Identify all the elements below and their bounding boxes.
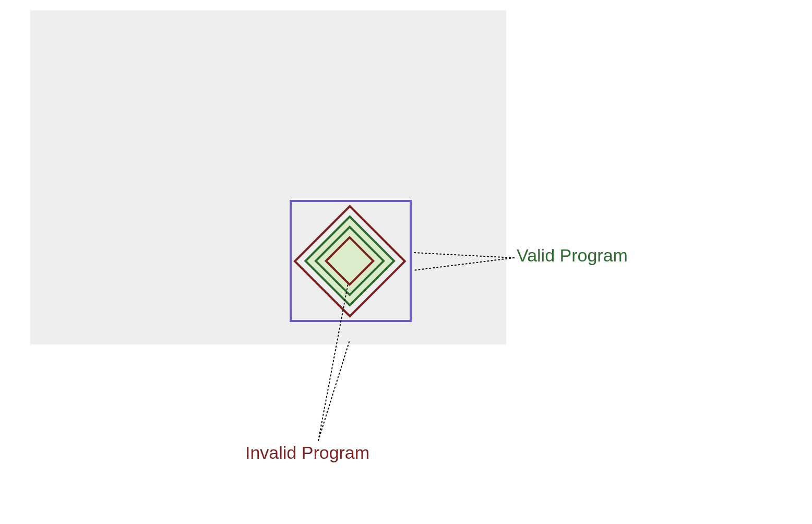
diagram-canvas — [30, 10, 506, 344]
svg-line-3 — [318, 340, 350, 440]
label-invalid-program: Invalid Program — [245, 443, 369, 463]
label-valid-program: Valid Program — [517, 245, 628, 266]
